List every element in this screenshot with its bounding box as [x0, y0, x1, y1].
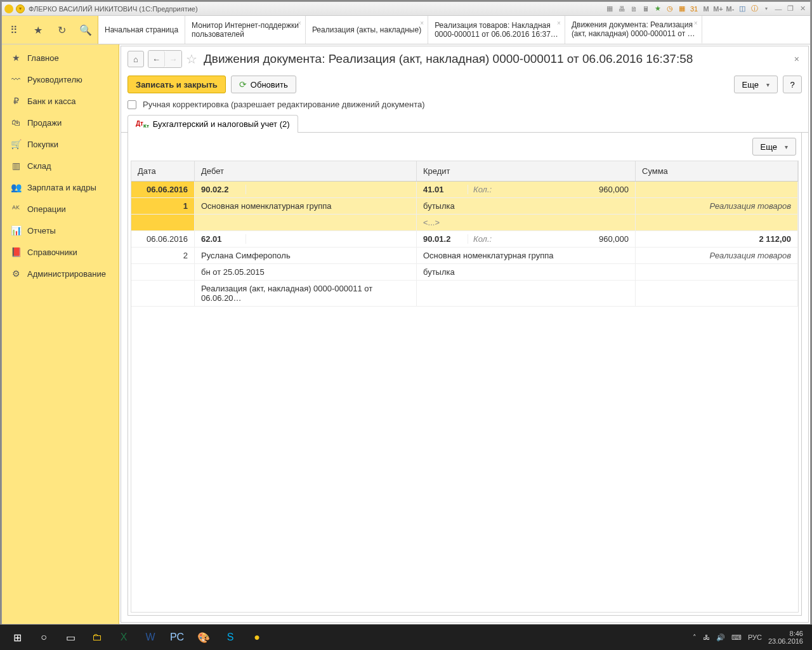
sidebar-item-salary[interactable]: 👥Зарплата и кадры	[2, 176, 119, 198]
sidebar-item-operations[interactable]: ᴬᴷОперации	[2, 198, 119, 220]
doc-icon[interactable]: 🗎	[629, 4, 639, 14]
pulse-icon: 〰	[11, 74, 21, 84]
tab-start[interactable]: Начальная страница	[98, 16, 185, 44]
search-button[interactable]: ○	[30, 627, 57, 647]
table-row[interactable]: 06.06.2016 90.02.2 41.01 Кол.: 960,000	[131, 182, 798, 198]
help-button[interactable]: ?	[783, 76, 802, 93]
tray-clock[interactable]: 8:46 23.06.2016	[768, 630, 803, 645]
sidebar-item-purchases[interactable]: 🛒Покупки	[2, 133, 119, 155]
tray-time: 8:46	[768, 630, 803, 637]
grid-icon[interactable]: ▦	[605, 4, 615, 14]
col-sum[interactable]: Сумма	[636, 161, 798, 181]
tray-keyboard-icon[interactable]: ⌨	[731, 633, 742, 642]
col-date[interactable]: Дата	[131, 161, 195, 181]
close-button[interactable]: ✕	[797, 4, 808, 14]
tab-monitor[interactable]: × Монитор Интернет-поддержки пользовател…	[185, 16, 306, 44]
refresh-button[interactable]: ⟳Обновить	[231, 76, 296, 93]
start-button[interactable]: ⊞	[4, 627, 30, 647]
back-button[interactable]: ←	[148, 51, 165, 67]
tray-sound-icon[interactable]: 🔊	[716, 633, 725, 642]
accounting-grid[interactable]: Дата Дебет Кредит Сумма 06.06.2016 90.02…	[131, 161, 799, 613]
cal31-icon[interactable]: 31	[689, 4, 699, 14]
close-icon[interactable]: ×	[557, 20, 561, 27]
word-icon[interactable]: W	[137, 627, 164, 647]
table-row[interactable]: Реализация (акт, накладная) 0000-000011 …	[131, 281, 798, 307]
minimize-button[interactable]: —	[773, 4, 783, 14]
sidebar-item-stock[interactable]: ▥Склад	[2, 155, 119, 176]
star-icon[interactable]: ★	[30, 22, 46, 37]
manual-edit-label: Ручная корректировка (разрешает редактир…	[143, 100, 425, 109]
explorer-icon[interactable]: 🗀	[84, 627, 110, 647]
debit-account: 62.01	[201, 234, 246, 244]
1c-icon[interactable]: ●	[244, 627, 270, 647]
manual-edit-checkbox[interactable]	[128, 100, 136, 109]
forward-button[interactable]: →	[165, 51, 181, 67]
tab-realization-list[interactable]: × Реализация (акты, накладные)	[306, 16, 428, 44]
tray-lang[interactable]: РУС	[748, 633, 762, 641]
ruble-icon: ₽	[11, 96, 21, 106]
table-row[interactable]: <...>	[131, 215, 798, 231]
info-icon[interactable]: ⓘ	[749, 4, 759, 14]
cell-debit: Реализация (акт, накладная) 0000-000011 …	[195, 281, 417, 307]
excel-icon[interactable]: X	[110, 627, 137, 647]
col-debit[interactable]: Дебет	[195, 161, 417, 181]
tab-accounting[interactable]: ДтКт Бухгалтерский и налоговый учет (2)	[128, 115, 298, 133]
panel-icon[interactable]: ◫	[737, 4, 747, 14]
clock-icon[interactable]: ◷	[665, 4, 675, 14]
sidebar-item-bank[interactable]: ₽Банк и касса	[2, 90, 119, 112]
apps-icon[interactable]: ⠿	[6, 22, 22, 37]
table-row[interactable]: бн от 25.05.2015 бутылка	[131, 264, 798, 281]
panel-more-button[interactable]: Еще	[752, 138, 796, 156]
calc-icon[interactable]: 🖩	[641, 4, 651, 14]
debit-qty	[303, 185, 410, 194]
taskview-button[interactable]: ▭	[57, 627, 84, 647]
skype-icon[interactable]: S	[217, 627, 244, 647]
pc-icon[interactable]: PC	[164, 627, 190, 647]
tab-movements[interactable]: × Движения документа: Реализация (акт, н…	[565, 16, 702, 44]
sidebar-item-manager[interactable]: 〰Руководителю	[2, 69, 119, 90]
close-icon[interactable]: ×	[694, 20, 698, 27]
sidebar-item-catalogs[interactable]: 📕Справочники	[2, 241, 119, 263]
table-row[interactable]: 06.06.2016 62.01 90.01.2 Кол.: 960,000 2…	[131, 231, 798, 248]
tray-network-icon[interactable]: 🖧	[703, 633, 710, 641]
paint-icon[interactable]: 🎨	[190, 627, 217, 647]
dropdown-icon[interactable]: ▾	[16, 4, 25, 13]
fav-icon[interactable]: ★	[653, 4, 663, 14]
table-row[interactable]: 1 Основная номенклатурная группа бутылка…	[131, 198, 798, 215]
credit-line: <...>	[423, 218, 629, 227]
home-button[interactable]: ⌂	[128, 51, 144, 67]
close-icon[interactable]: ×	[420, 20, 424, 27]
save-close-button[interactable]: Записать и закрыть	[128, 76, 226, 93]
tray-chevron-icon[interactable]: ˄	[693, 633, 697, 642]
sidebar-item-reports[interactable]: 📊Отчеты	[2, 220, 119, 241]
button-label: Еще	[761, 142, 777, 152]
button-label: Записать и закрыть	[136, 80, 218, 90]
sidebar-item-admin[interactable]: ⚙Администрирование	[2, 263, 119, 284]
table-row[interactable]: 2 Руслана Симферополь Основная номенклат…	[131, 248, 798, 264]
sidebar-item-sales[interactable]: 🛍Продажи	[2, 112, 119, 133]
col-credit[interactable]: Кредит	[417, 161, 636, 181]
mminus-button[interactable]: M-	[725, 4, 735, 14]
maximize-button[interactable]: ❐	[785, 4, 796, 14]
cell-empty	[131, 281, 195, 307]
tab-realization-doc[interactable]: × Реализация товаров: Накладная 0000-000…	[428, 16, 565, 44]
history-icon[interactable]: ↻	[54, 22, 69, 37]
cell-debit: 90.02.2	[195, 182, 417, 198]
debit-sub	[246, 234, 303, 244]
print-icon[interactable]: 🖶	[617, 4, 627, 14]
favorite-icon[interactable]: ☆	[186, 51, 197, 67]
cell-sum: Реализация товаров	[636, 198, 798, 215]
dtkt-icon: ᴬᴷ	[11, 204, 21, 214]
tab-label: Движения документа: Реализация	[572, 20, 695, 29]
close-icon[interactable]: ×	[298, 20, 301, 27]
cell-credit: бутылка	[417, 198, 636, 215]
mplus-button[interactable]: M+	[713, 4, 723, 14]
cal-icon[interactable]: ▦	[677, 4, 687, 14]
search-icon[interactable]: 🔍	[78, 22, 93, 37]
info-dd-icon[interactable]: ▾	[761, 4, 771, 14]
people-icon: 👥	[11, 182, 21, 192]
sidebar-item-main[interactable]: ★Главное	[2, 47, 119, 69]
close-page-button[interactable]: ×	[792, 54, 802, 64]
m-button[interactable]: M	[701, 4, 711, 14]
more-button[interactable]: Еще	[734, 76, 778, 93]
